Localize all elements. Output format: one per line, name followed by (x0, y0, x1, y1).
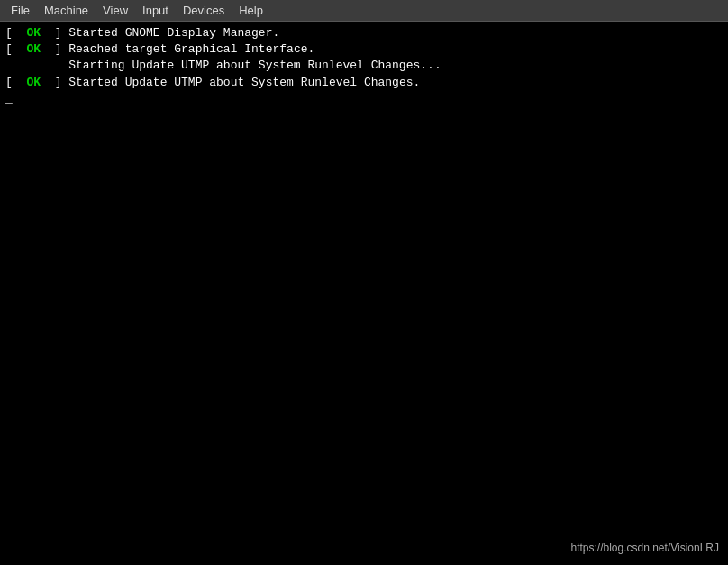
watermark: https://blog.csdn.net/VisionLRJ (570, 541, 719, 556)
ok-status-4: OK (13, 75, 55, 91)
line-text-2: Reached target Graphical Interface. (61, 41, 314, 58)
ok-status-2: OK (13, 41, 55, 58)
menubar: File Machine View Input Devices Help (0, 0, 728, 22)
line-text-3: Starting Update UTMP about System Runlev… (5, 58, 441, 74)
terminal[interactable]: [ OK ] Started GNOME Display Manager. [ … (0, 22, 728, 565)
menu-machine[interactable]: Machine (37, 0, 96, 21)
menu-help[interactable]: Help (232, 0, 270, 21)
terminal-line-4: [ OK ] Started Update UTMP about System … (5, 75, 723, 91)
bracket-close-1: ] (55, 25, 62, 41)
bracket-open-1: [ (5, 25, 13, 41)
line-text-4: Started Update UTMP about System Runleve… (61, 75, 420, 91)
ok-status-1: OK (13, 25, 55, 41)
bracket-open-4: [ (5, 75, 13, 91)
menu-view[interactable]: View (96, 0, 135, 21)
bracket-open-2: [ (5, 41, 13, 58)
terminal-line-2: [ OK ] Reached target Graphical Interfac… (5, 41, 723, 58)
bracket-close-4: ] (55, 75, 62, 91)
menu-devices[interactable]: Devices (176, 0, 232, 21)
line-text-1: Started GNOME Display Manager. (61, 25, 279, 41)
menu-input[interactable]: Input (135, 0, 176, 21)
terminal-cursor: _ (5, 91, 13, 107)
terminal-line-1: [ OK ] Started GNOME Display Manager. (5, 25, 723, 41)
bracket-close-2: ] (55, 41, 62, 58)
terminal-cursor-line: _ (5, 91, 723, 107)
menu-file[interactable]: File (4, 0, 37, 21)
terminal-line-3: Starting Update UTMP about System Runlev… (5, 58, 723, 74)
